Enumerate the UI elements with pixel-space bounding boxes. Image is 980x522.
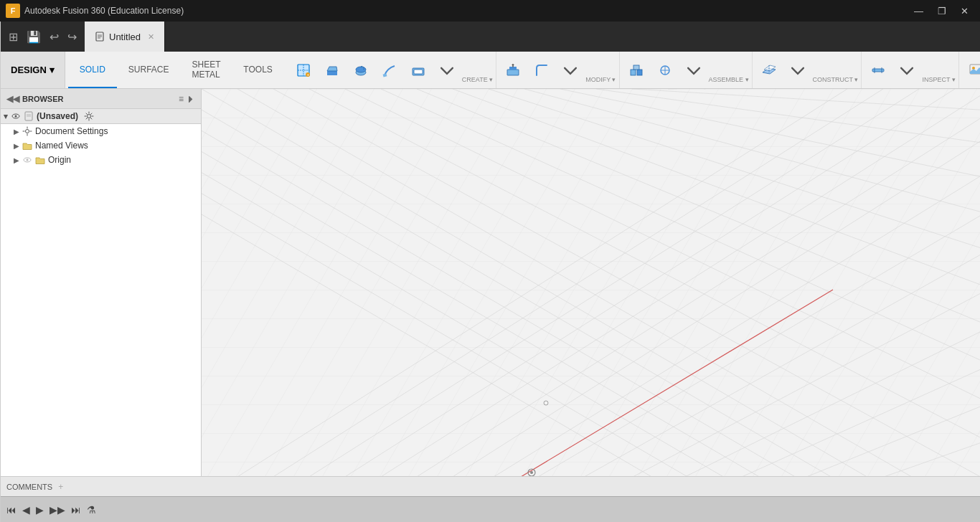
tab-grid-icon[interactable]: ⊞ (6, 30, 20, 44)
browser-panel: ◀◀ BROWSER ≡ ⏵ ▾ (1, 89, 202, 476)
workspace: ◀◀ BROWSER ≡ ⏵ ▾ (1, 89, 980, 476)
toolbar-group-modify: MODIFY ▾ (496, 52, 619, 88)
offset-plane-button[interactable] (755, 55, 783, 85)
joint-button[interactable] (651, 55, 679, 85)
inspect-label: INSPECT ▾ (922, 76, 955, 85)
create-label: CREATE ▾ (462, 76, 493, 85)
svg-point-70 (26, 130, 29, 133)
more-inspect-button[interactable] (893, 55, 920, 85)
extrude-button[interactable] (319, 55, 346, 85)
timeline-to-end-button[interactable]: ⏭ (71, 504, 81, 516)
toolbar-group-insert: INSERT ▾ (959, 52, 980, 88)
toolbar-group-construct: CONSTRUCT ▾ (753, 52, 862, 88)
browser-close-icon[interactable]: ⏵ (187, 94, 195, 104)
svg-marker-38 (327, 67, 337, 71)
modify-label: MODIFY ▾ (585, 76, 616, 85)
construct-label: CONSTRUCT ▾ (813, 76, 859, 85)
more-create-button[interactable] (433, 55, 461, 85)
browser-doc-icon (24, 111, 34, 121)
close-button[interactable]: ✕ (955, 4, 974, 18)
more-modify-button[interactable] (557, 55, 584, 85)
browser-back-icon[interactable]: ◀◀ (6, 94, 19, 104)
browser-menu-icon[interactable]: ≡ (179, 94, 184, 104)
tab-sheet-metal[interactable]: SHEET METAL (181, 52, 232, 88)
browser-doc-settings-item[interactable]: ▶ Document Settings (1, 124, 201, 138)
browser-origin-label: Origin (48, 155, 71, 165)
sketch-button[interactable]: + (290, 55, 317, 85)
timeline-next-button[interactable]: ▶▶ (50, 504, 65, 516)
timeline-area: ⏮ ◀ ▶ ▶▶ ⏭ ⚗ ⚙ (1, 496, 980, 522)
comments-expand-icon[interactable]: + (58, 482, 63, 492)
tab-save-icon[interactable]: 💾 (24, 30, 43, 44)
titlebar-controls: — ❐ ✕ (908, 4, 974, 18)
timeline-prev-button[interactable]: ◀ (22, 504, 30, 516)
svg-rect-44 (414, 70, 423, 74)
tab-bar: ⊞ 💾 ↩ ↪ Untitled ✕ ＋ (1, 22, 980, 52)
browser-named-views-label: Named Views (35, 141, 88, 151)
svg-point-65 (15, 115, 17, 118)
browser-named-views-item[interactable]: ▶ Named Views (1, 138, 201, 153)
browser-origin-item[interactable]: ▶ Origin (1, 153, 201, 167)
browser-settings-icon[interactable] (84, 111, 94, 121)
browser-eye-icon[interactable] (11, 111, 21, 121)
measure-button[interactable] (864, 55, 892, 85)
tab-close-button[interactable]: ✕ (148, 32, 154, 42)
browser-origin-arrow: ▶ (14, 156, 19, 164)
titlebar-title: Autodesk Fusion 360 (Education License) (24, 6, 184, 16)
browser-root-name: (Unsaved) (37, 111, 78, 121)
tab-tools[interactable]: TOOLS (232, 52, 283, 88)
timeline-play-button[interactable]: ▶ (36, 504, 44, 516)
shell-button[interactable] (405, 55, 432, 85)
more-assemble-button[interactable] (680, 55, 707, 85)
browser-title-label: BROWSER (22, 95, 63, 103)
browser-doc-settings-arrow: ▶ (14, 128, 19, 136)
grid-canvas (202, 89, 980, 476)
titlebar-left: F Autodesk Fusion 360 (Education License… (6, 4, 184, 18)
right-panel: ⊞ 💾 ↩ ↪ Untitled ✕ ＋ (1, 22, 980, 522)
tab-untitled[interactable]: Untitled ✕ (85, 22, 165, 52)
toolbar-group-create: + (287, 52, 496, 88)
browser-named-views-arrow: ▶ (14, 142, 19, 150)
tab-undo-icon[interactable]: ↩ (47, 30, 61, 44)
svg-point-41 (356, 67, 366, 72)
browser-root-item[interactable]: ▾ (Unsaved) (1, 109, 201, 124)
more-construct-button[interactable] (784, 55, 811, 85)
timeline-filter-icon[interactable]: ⚗ (87, 504, 96, 516)
tab-surface[interactable]: SURFACE (117, 52, 181, 88)
svg-rect-42 (382, 73, 387, 77)
design-mode-button[interactable]: DESIGN ▾ (1, 52, 65, 88)
browser-header: ◀◀ BROWSER ≡ ⏵ (1, 89, 201, 109)
press-pull-button[interactable] (499, 55, 527, 85)
comments-label: COMMENTS (6, 483, 52, 491)
svg-rect-45 (507, 70, 519, 75)
minimize-button[interactable]: — (908, 4, 929, 18)
main-layout: Fabricio Cuba ▾ ALL PROJECTS ▾ New Proje… (0, 22, 980, 522)
tabs-area: Untitled ✕ (85, 22, 980, 52)
fillet-button[interactable] (528, 55, 555, 85)
svg-point-120 (530, 471, 533, 474)
revolve-button[interactable] (347, 55, 374, 85)
tab-redo-icon[interactable]: ↪ (65, 30, 79, 44)
timeline-to-start-button[interactable]: ⏮ (6, 504, 17, 516)
toolbar-groups: + (287, 52, 980, 88)
svg-rect-58 (872, 69, 884, 72)
browser-folder-icon (22, 141, 32, 151)
maximize-button[interactable]: ❐ (932, 4, 952, 18)
comments-bar: COMMENTS + ⟳ ⊕ 🔒 🔍 ⊡ ⊞ ▦ ⋯ ⏸ (1, 476, 980, 496)
insert-image-button[interactable] (962, 55, 980, 85)
svg-marker-48 (512, 64, 514, 65)
mode-tabs: SOLID SURFACE SHEET METAL TOOLS (65, 52, 287, 88)
browser-origin-eye-icon[interactable] (22, 155, 32, 165)
svg-point-69 (88, 115, 91, 118)
document-icon (95, 32, 105, 42)
toolbar-group-inspect: INSPECT ▾ (862, 52, 958, 88)
browser-root-collapse-icon: ▾ (4, 112, 8, 121)
fusion-logo: F (6, 4, 20, 18)
browser-origin-folder-icon (35, 155, 45, 165)
svg-rect-51 (633, 65, 639, 70)
viewport[interactable]: Z Y X (202, 89, 980, 476)
component-button[interactable] (623, 55, 650, 85)
sweep-button[interactable] (376, 55, 403, 85)
svg-rect-49 (631, 70, 636, 75)
tab-solid[interactable]: SOLID (68, 52, 117, 88)
